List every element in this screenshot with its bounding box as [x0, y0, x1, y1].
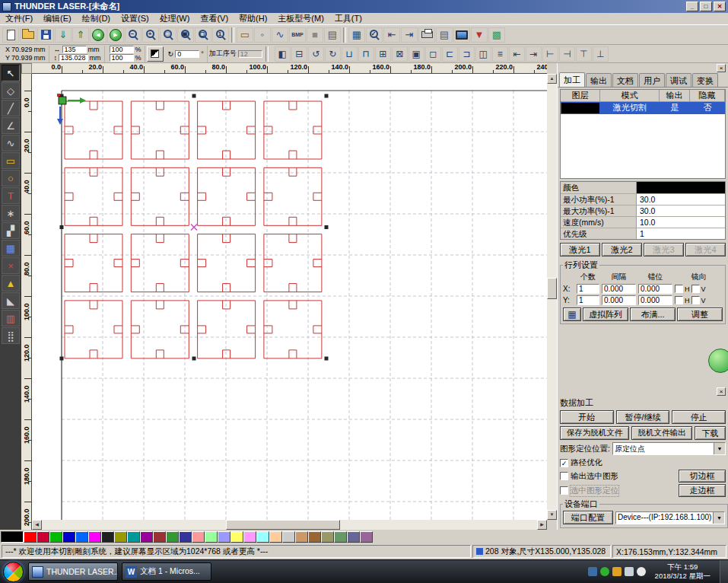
- scroll-right-button[interactable]: ▶: [537, 520, 547, 530]
- open-file-icon[interactable]: [20, 27, 37, 43]
- select-tool[interactable]: ↖: [2, 65, 20, 81]
- canvas-hscrollbar[interactable]: ◀ ▶: [32, 520, 547, 530]
- laser1-button[interactable]: 激光1: [560, 243, 600, 256]
- export-file-icon[interactable]: ⇑: [72, 27, 89, 43]
- star-tool[interactable]: ∗: [2, 205, 20, 221]
- layer-row[interactable]: 激光切割 是 否: [561, 102, 725, 114]
- panel-close-icon[interactable]: ×: [717, 64, 726, 72]
- warning-tool[interactable]: ▲: [2, 275, 20, 292]
- color-swatch[interactable]: [230, 531, 243, 543]
- dropdown-arrow-icon[interactable]: ▼: [714, 443, 725, 454]
- mirror-vertical-icon[interactable]: ⊟: [291, 46, 307, 62]
- color-swatch[interactable]: [62, 531, 75, 543]
- fill-bed-button[interactable]: 布满...: [630, 307, 676, 321]
- scale-x-input[interactable]: 100: [110, 46, 134, 53]
- output-tool-icon[interactable]: ▼: [471, 27, 488, 43]
- zoom-in-icon[interactable]: +: [142, 27, 159, 43]
- color-swatch[interactable]: [205, 531, 218, 543]
- path-optimize-checkbox[interactable]: [560, 459, 568, 467]
- import-file-icon[interactable]: ⇓: [55, 27, 72, 43]
- prev-step-icon[interactable]: ⇤: [383, 27, 400, 43]
- data-check-icon[interactable]: ✓: [366, 27, 383, 43]
- maximize-button[interactable]: □: [700, 2, 712, 11]
- menu-item-help[interactable]: 帮助(H): [234, 12, 272, 25]
- mirror-h-x-checkbox[interactable]: [675, 285, 683, 293]
- color-swatch[interactable]: [114, 531, 127, 543]
- frame-tool-icon[interactable]: ▭: [237, 27, 253, 43]
- color-swatch[interactable]: [153, 531, 166, 543]
- rotate-right-icon[interactable]: ↻: [325, 46, 341, 62]
- pen-tool[interactable]: ▞: [2, 222, 20, 239]
- color-swatch[interactable]: [347, 531, 360, 543]
- network-tray-icon[interactable]: [625, 567, 634, 576]
- weld-icon[interactable]: ⊔: [342, 46, 358, 62]
- menu-item-edit[interactable]: 编辑(E): [38, 12, 77, 25]
- taskbar-clock[interactable]: 下午 1:59 2018/3/12 星期一: [649, 562, 717, 581]
- tab-debug[interactable]: 调试: [666, 73, 691, 87]
- color-value[interactable]: [637, 182, 725, 193]
- priority-value[interactable]: 1: [637, 228, 725, 239]
- layer-list[interactable]: 图层 模式 输出 隐藏 激光切割 是 否: [560, 89, 726, 179]
- width-input[interactable]: 135: [62, 46, 87, 53]
- line-tool[interactable]: ╱: [2, 100, 20, 116]
- antivirus-tray-icon[interactable]: [600, 567, 609, 576]
- array-preview-button[interactable]: ▦: [563, 307, 581, 321]
- flip-tool[interactable]: ◣: [2, 292, 20, 309]
- service-floating-button[interactable]: [708, 349, 728, 373]
- align-edge-top-icon[interactable]: ⊤: [576, 46, 592, 62]
- laser2-button[interactable]: 激光2: [602, 243, 642, 256]
- zoom-selection-icon[interactable]: ◻: [195, 27, 211, 43]
- group-icon[interactable]: ▣: [409, 46, 424, 62]
- color-swatch[interactable]: [166, 531, 179, 543]
- layer-color-swatch[interactable]: [561, 103, 599, 113]
- color-swatch[interactable]: [243, 531, 256, 543]
- align-edge-right-icon[interactable]: ⊣: [559, 46, 575, 62]
- color-swatch[interactable]: [334, 531, 347, 543]
- update-tray-icon[interactable]: [612, 567, 622, 576]
- menu-item-draw[interactable]: 绘制(D): [77, 12, 116, 25]
- intersect-icon[interactable]: ⊓: [358, 46, 374, 62]
- union-icon[interactable]: ⊞: [375, 46, 391, 62]
- zoom-all-icon[interactable]: ▣: [177, 27, 194, 43]
- array-x-offset-input[interactable]: 0.000: [638, 284, 672, 294]
- zoom-window-icon[interactable]: □: [160, 27, 176, 43]
- color-swatch[interactable]: [218, 531, 230, 543]
- tab-output[interactable]: 输出: [586, 73, 612, 87]
- scroll-left-button[interactable]: ◀: [32, 520, 42, 530]
- array-888-tool[interactable]: ⣿: [2, 327, 20, 344]
- distribute-horizontal-icon[interactable]: ⇤: [509, 46, 525, 62]
- new-file-icon[interactable]: [2, 27, 19, 43]
- ungroup-icon[interactable]: ◻: [425, 46, 441, 62]
- speed-value[interactable]: 10.0: [637, 217, 725, 228]
- show-desktop-button[interactable]: [720, 560, 728, 583]
- hatch-tool-icon[interactable]: ▤: [324, 27, 341, 43]
- color-swatch[interactable]: [295, 531, 308, 543]
- next-step-icon[interactable]: ⇥: [401, 27, 418, 43]
- curve-tool[interactable]: ∿: [2, 135, 20, 151]
- start-button[interactable]: [3, 562, 24, 582]
- color-swatch[interactable]: [308, 531, 321, 543]
- close-button[interactable]: ✕: [714, 2, 726, 11]
- save-file-icon[interactable]: [37, 27, 54, 43]
- rect-tool[interactable]: ▭: [2, 152, 20, 169]
- subtract-icon[interactable]: ⊠: [392, 46, 408, 62]
- rotate-input[interactable]: 0: [175, 50, 199, 58]
- scroll-up-button[interactable]: ▲: [547, 74, 557, 84]
- array-copy-icon[interactable]: ▦: [348, 27, 365, 43]
- ellipse-tool[interactable]: ○: [2, 170, 20, 186]
- pause-continue-button[interactable]: 暂停/继续: [616, 410, 670, 424]
- dropdown-arrow-icon[interactable]: ▼: [713, 512, 724, 524]
- color-swatch[interactable]: [101, 531, 114, 543]
- redo-icon[interactable]: ▶: [107, 27, 124, 43]
- offline-file-output-button[interactable]: 脱机文件输出: [631, 426, 692, 440]
- color-swatch[interactable]: [37, 531, 49, 543]
- height-input[interactable]: 135.028: [59, 54, 88, 62]
- dataproc-close-icon[interactable]: ×: [717, 387, 726, 396]
- color-swatch[interactable]: [360, 531, 373, 543]
- download-button[interactable]: 下载: [695, 426, 726, 440]
- go-frame-button[interactable]: 走边框: [679, 484, 726, 497]
- max-power-value[interactable]: 30.0: [637, 205, 725, 216]
- color-swatch[interactable]: [140, 531, 153, 543]
- mirror-v-y-checkbox[interactable]: [691, 296, 700, 304]
- scroll-down-button[interactable]: ▼: [547, 510, 557, 520]
